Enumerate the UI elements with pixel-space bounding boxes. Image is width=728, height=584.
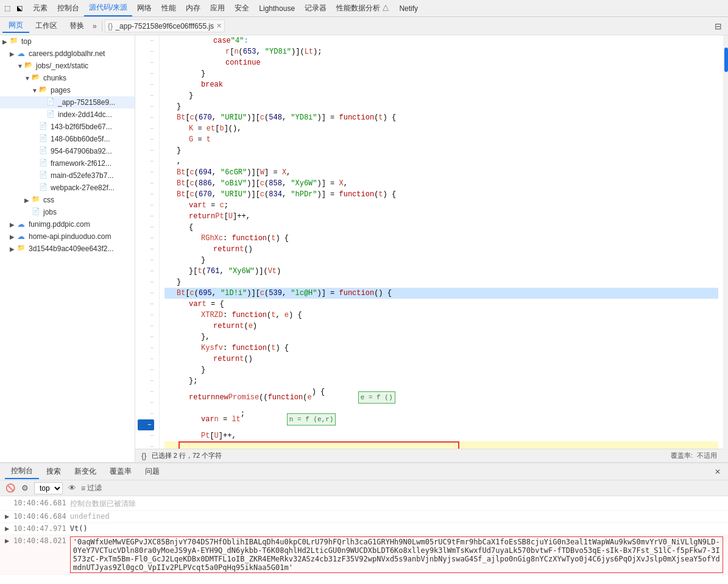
close-bottom-panel[interactable]: ✕ <box>712 466 723 477</box>
console-line-string: ▶ 10:40:48.021 '0aqWfxUeMwVEGPvJXC85Bnjv… <box>0 535 728 575</box>
tree-item-jobs-static[interactable]: ▼ 📂 jobs/_next/static <box>0 60 135 72</box>
device-icon[interactable]: ⬕ <box>15 4 24 13</box>
tree-item-3d1544b9[interactable]: ▶ 📁 3d1544b9ac409ee643f2... <box>0 243 135 255</box>
code-line: continue <box>164 57 718 68</box>
console-message-undefined: undefined <box>70 512 723 521</box>
code-line: var t = { <box>164 299 718 310</box>
tab-divider <box>102 21 102 32</box>
folder-icon-css: 📁 <box>32 195 41 205</box>
console-message-string: '0aqWfxUeMwVEGPvJXC85BnjvY704DS7HfOblihI… <box>70 536 723 573</box>
tree-item-pages[interactable]: ▼ 📂 pages <box>0 84 135 96</box>
file-curly-icon: {} <box>108 21 113 30</box>
tab-changes[interactable]: 新变化 <box>68 465 102 479</box>
menu-sources[interactable]: 源代码/来源 <box>84 0 132 16</box>
tree-item-webpack[interactable]: ▶ 📄 webpack-27ee82f... <box>0 182 135 194</box>
file-icon-jobs: 📄 <box>32 207 41 217</box>
file-icon-148: 📄 <box>39 134 49 144</box>
tree-arrow-top: ▶ <box>2 38 10 45</box>
tree-label-app-file: _app-752158e9... <box>58 98 115 107</box>
file-icon-framework: 📄 <box>39 158 49 168</box>
code-line: case "4": <box>164 35 718 46</box>
code-line: return t() <box>164 244 718 255</box>
tree-item-careers[interactable]: ▶ ☁ careers.pddglobalhr.net <box>0 48 135 60</box>
code-line: } <box>164 255 718 266</box>
file-icon-954: 📄 <box>39 146 49 156</box>
tree-arrow-funimg: ▶ <box>10 221 17 228</box>
code-line: r[n(653, "YD8i")](Lt); <box>164 46 718 57</box>
tree-item-main[interactable]: ▶ 📄 main-d52efe37b7... <box>0 169 135 182</box>
tree-label-jobs-static: jobs/_next/static <box>36 62 88 70</box>
expand-arrow-undefined[interactable]: ▶ <box>5 512 13 521</box>
code-line: return Pt[U]++, <box>164 211 718 222</box>
tree-item-143[interactable]: ▶ 📄 143-b2f6f5bde67... <box>0 121 135 133</box>
tree-item-index-file[interactable]: ▶ 📄 index-2dd14dc... <box>0 109 135 121</box>
tree-label-top: top <box>21 37 32 46</box>
tree-item-148[interactable]: ▶ 📄 148-06bb60de5f... <box>0 133 135 145</box>
tree-arrow-chunks: ▼ <box>24 75 32 82</box>
code-line: } <box>164 68 718 79</box>
inspect-icon[interactable]: ⬚ <box>2 4 12 13</box>
code-line-promise: return new Promise((function(e) { e = f … <box>164 386 718 408</box>
code-line: , <box>164 156 718 167</box>
menu-network[interactable]: 网络 <box>132 1 157 16</box>
panel-toggle[interactable]: ⊟ <box>711 20 726 32</box>
tree-item-homeapi[interactable]: ▶ ☁ home-api.pinduoduo.com <box>0 230 135 243</box>
tab-overrides[interactable]: 替换 <box>63 20 90 32</box>
code-line-pt: Pt[U]++, <box>164 430 718 441</box>
tab-console[interactable]: 控制台 <box>5 464 39 479</box>
file-tab-close[interactable]: ✕ <box>216 22 222 30</box>
expand-arrow-string[interactable]: ▶ <box>5 536 13 545</box>
code-status-bar: {} 已选择 2 行，72 个字符 覆盖率: 不适用 <box>135 449 723 462</box>
code-content[interactable]: ––––– ––––– ––––– ––––– ––––– ––––– ––––… <box>135 35 723 449</box>
tab-coverage[interactable]: 覆盖率 <box>104 465 138 479</box>
tab-webpage[interactable]: 网页 <box>2 19 29 33</box>
tree-item-css[interactable]: ▶ 📁 css <box>0 194 135 206</box>
folder-icon-chunks: 📂 <box>32 73 41 83</box>
filter-button[interactable]: ≡ 过滤 <box>81 483 102 493</box>
code-line: Kysfv: function(t) { <box>164 343 718 354</box>
cloud-icon-careers: ☁ <box>17 49 27 59</box>
console-toolbar: 🚫 ⚙ top 👁 ≡ 过滤 <box>0 480 728 496</box>
console-line-undefined: ▶ 10:40:46.684 undefined <box>0 511 728 523</box>
menu-lighthouse[interactable]: Lighthouse <box>254 2 300 15</box>
tree-item-framework[interactable]: ▶ 📄 framework-2f612... <box>0 157 135 169</box>
tab-search[interactable]: 搜索 <box>40 465 67 479</box>
tree-item-app-file[interactable]: ▶ 📄 _app-752158e9... <box>0 96 135 109</box>
context-selector[interactable]: top <box>34 482 63 494</box>
tree-label-chunks: chunks <box>43 74 66 82</box>
menu-recorder[interactable]: 记录器 <box>300 1 331 16</box>
menu-netify[interactable]: Netify <box>394 2 423 15</box>
console-message-vt: Vt() <box>70 524 723 533</box>
code-line: } <box>164 365 718 376</box>
folder-icon-3d1544b9: 📁 <box>17 244 27 254</box>
clear-console-icon[interactable]: 🚫 <box>5 483 16 494</box>
menu-memory[interactable]: 内存 <box>181 1 205 16</box>
coverage-label: 覆盖率: 不适用 <box>671 451 717 460</box>
menu-performance[interactable]: 性能 <box>157 1 181 16</box>
file-icon-index: 📄 <box>46 110 56 119</box>
console-line-clear: 10:40:46.681 控制台数据已被清除 <box>0 497 728 511</box>
tree-item-jobs-file[interactable]: ▶ 📄 jobs <box>0 206 135 218</box>
menu-perf-insights[interactable]: 性能数据分析 △ <box>331 1 394 16</box>
tab-issues[interactable]: 问题 <box>139 465 166 479</box>
file-tab-label[interactable]: _app-752158e9f6ce06fff655.js <box>115 22 214 30</box>
menu-console[interactable]: 控制台 <box>52 1 84 16</box>
right-scrollbar[interactable] <box>723 35 728 462</box>
tree-item-chunks[interactable]: ▼ 📂 chunks <box>0 72 135 84</box>
tree-item-top[interactable]: ▶ 📁 top <box>0 35 135 48</box>
menu-elements[interactable]: 元素 <box>28 1 52 16</box>
menu-application[interactable]: 应用 <box>205 1 230 16</box>
tab-more-button[interactable]: » <box>90 21 99 32</box>
menu-security[interactable]: 安全 <box>230 1 254 16</box>
cloud-icon-homeapi: ☁ <box>17 232 27 241</box>
tree-item-954[interactable]: ▶ 📄 954-647906ba92... <box>0 145 135 157</box>
console-settings-icon[interactable]: ⚙ <box>19 483 30 494</box>
devtools-icons: ⬚ ⬕ <box>2 4 24 13</box>
eye-icon[interactable]: 👁 <box>66 483 77 494</box>
expand-arrow-vt[interactable]: ▶ <box>5 524 13 533</box>
tab-nav-bar: 网页 工作区 替换 » {} _app-752158e9f6ce06fff655… <box>0 17 728 35</box>
tree-item-funimg[interactable]: ▶ ☁ funimg.pddpic.com <box>0 218 135 230</box>
console-timestamp-string: 10:40:48.021 <box>13 536 66 545</box>
tab-workspace[interactable]: 工作区 <box>29 20 63 32</box>
selection-info: 已选择 2 行，72 个字符 <box>152 451 222 460</box>
